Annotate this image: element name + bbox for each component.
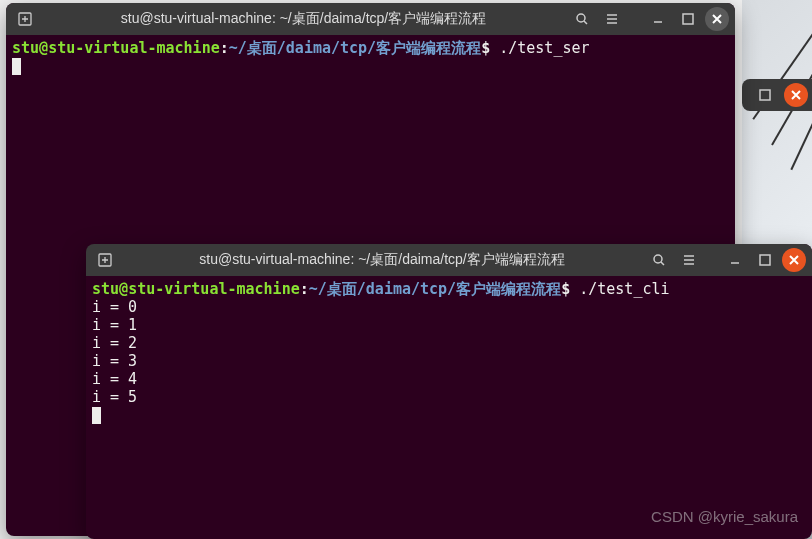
output-line: i = 5	[92, 388, 806, 406]
prompt-path: ~/桌面/daima/tcp/客户端编程流程	[309, 280, 561, 298]
maximize-button[interactable]	[752, 248, 778, 272]
menu-button[interactable]	[676, 248, 702, 272]
background-window-titlebar	[742, 79, 812, 111]
menu-button[interactable]	[599, 7, 625, 31]
svg-point-2	[577, 14, 585, 22]
terminal-content[interactable]: stu@stu-virtual-machine:~/桌面/daima/tcp/客…	[86, 276, 812, 539]
titlebar[interactable]: stu@stu-virtual-machine: ~/桌面/daima/tcp/…	[6, 3, 735, 35]
terminal-window-client[interactable]: stu@stu-virtual-machine: ~/桌面/daima/tcp/…	[86, 244, 812, 539]
output-line: i = 2	[92, 334, 806, 352]
new-tab-button[interactable]	[12, 7, 38, 31]
cursor	[12, 58, 21, 75]
maximize-button[interactable]	[752, 83, 778, 107]
prompt-host: stu-virtual-machine	[48, 39, 220, 57]
prompt-user: stu	[12, 39, 39, 57]
prompt-user: stu	[92, 280, 119, 298]
svg-rect-3	[683, 14, 693, 24]
svg-rect-6	[760, 255, 770, 265]
output-line: i = 3	[92, 352, 806, 370]
titlebar[interactable]: stu@stu-virtual-machine: ~/桌面/daima/tcp/…	[86, 244, 812, 276]
window-title: stu@stu-virtual-machine: ~/桌面/daima/tcp/…	[42, 10, 565, 28]
close-button[interactable]	[784, 83, 808, 107]
prompt-path: ~/桌面/daima/tcp/客户端编程流程	[229, 39, 481, 57]
terminal-output: i = 0 i = 1 i = 2 i = 3 i = 4 i = 5	[92, 298, 806, 406]
prompt-host: stu-virtual-machine	[128, 280, 300, 298]
output-line: i = 4	[92, 370, 806, 388]
svg-point-5	[654, 255, 662, 263]
close-button[interactable]	[705, 7, 729, 31]
close-button[interactable]	[782, 248, 806, 272]
output-line: i = 0	[92, 298, 806, 316]
minimize-button[interactable]	[645, 7, 671, 31]
command-text: ./test_ser	[499, 39, 589, 57]
cursor	[92, 407, 101, 424]
command-text: ./test_cli	[579, 280, 669, 298]
new-tab-button[interactable]	[92, 248, 118, 272]
output-line: i = 1	[92, 316, 806, 334]
watermark: CSDN @kyrie_sakura	[651, 508, 798, 525]
minimize-button[interactable]	[722, 248, 748, 272]
search-button[interactable]	[569, 7, 595, 31]
maximize-button[interactable]	[675, 7, 701, 31]
search-button[interactable]	[646, 248, 672, 272]
svg-rect-0	[760, 90, 770, 100]
window-title: stu@stu-virtual-machine: ~/桌面/daima/tcp/…	[122, 251, 642, 269]
